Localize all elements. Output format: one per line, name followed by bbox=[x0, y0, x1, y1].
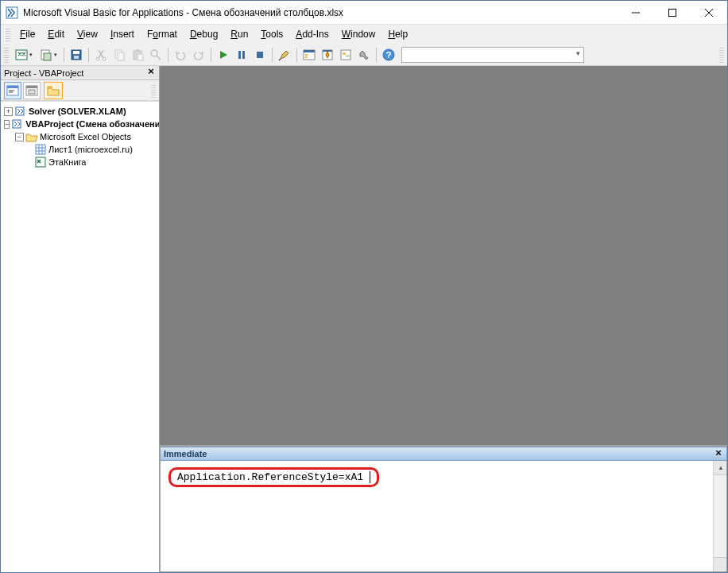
folder-open-icon bbox=[25, 131, 38, 142]
scroll-down-icon[interactable]: ▼ bbox=[718, 561, 724, 568]
vba-project-icon bbox=[14, 106, 27, 117]
menu-insert[interactable]: Insert bbox=[104, 26, 141, 42]
svg-rect-31 bbox=[343, 52, 346, 55]
menu-debug[interactable]: Debug bbox=[184, 26, 224, 42]
svg-line-23 bbox=[279, 59, 281, 60]
break-button[interactable] bbox=[233, 46, 250, 64]
insert-module-button[interactable] bbox=[37, 46, 60, 64]
tree-node-vbaproject[interactable]: − VBAProject (Смена обозначений столбцов… bbox=[2, 118, 159, 130]
window-title: Microsoft Visual Basic for Applications … bbox=[23, 7, 343, 18]
text-cursor bbox=[363, 471, 370, 483]
svg-rect-22 bbox=[257, 52, 263, 58]
pane-close-button[interactable]: × bbox=[712, 447, 725, 460]
immediate-code-highlight: Application.ReferenceStyle=xA1 bbox=[168, 467, 379, 487]
tree-label: Solver (SOLVER.XLAM) bbox=[29, 106, 126, 116]
svg-rect-5 bbox=[16, 50, 27, 60]
menu-file[interactable]: File bbox=[14, 26, 41, 42]
svg-rect-40 bbox=[26, 86, 37, 88]
tree-label: Лист1 (microexcel.ru) bbox=[48, 145, 133, 154]
svg-rect-21 bbox=[242, 51, 245, 59]
grip-icon bbox=[719, 47, 724, 63]
find-button[interactable] bbox=[147, 46, 165, 64]
undo-button[interactable] bbox=[172, 46, 189, 64]
immediate-titlebar[interactable]: Immediate × bbox=[160, 447, 727, 461]
svg-rect-41 bbox=[29, 90, 35, 94]
svg-rect-16 bbox=[136, 49, 139, 52]
svg-rect-10 bbox=[74, 56, 79, 59]
svg-rect-14 bbox=[118, 52, 124, 60]
mdi-client-area[interactable] bbox=[160, 66, 727, 445]
vertical-scrollbar[interactable]: ▲ ▼ bbox=[713, 461, 726, 571]
toggle-folders-button[interactable] bbox=[44, 82, 63, 99]
project-tree[interactable]: + Solver (SOLVER.XLAM) − VBAProject (Сме… bbox=[1, 101, 159, 572]
svg-point-11 bbox=[96, 57, 99, 60]
grip-icon bbox=[6, 27, 10, 41]
object-browser-button[interactable] bbox=[337, 46, 354, 64]
properties-window-button[interactable] bbox=[319, 46, 336, 64]
scroll-up-icon[interactable]: ▲ bbox=[718, 464, 724, 471]
tree-node-excel-objects[interactable]: − Microsoft Excel Objects bbox=[2, 130, 159, 143]
save-button[interactable] bbox=[68, 46, 85, 64]
tree-label: Microsoft Excel Objects bbox=[40, 132, 131, 141]
grip-icon bbox=[4, 47, 9, 63]
copy-button[interactable] bbox=[110, 46, 128, 64]
immediate-code-text: Application.ReferenceStyle=xA1 bbox=[177, 471, 363, 483]
excel-view-button[interactable] bbox=[12, 46, 36, 64]
redo-button[interactable] bbox=[190, 46, 207, 64]
menu-tools[interactable]: Tools bbox=[254, 26, 289, 42]
cut-button[interactable] bbox=[92, 46, 110, 64]
reset-button[interactable] bbox=[251, 46, 269, 64]
svg-rect-44 bbox=[36, 145, 45, 154]
menu-view[interactable]: View bbox=[71, 26, 104, 42]
menu-format[interactable]: Format bbox=[141, 26, 184, 42]
collapse-icon[interactable]: − bbox=[15, 133, 24, 141]
menu-help[interactable]: Help bbox=[381, 26, 414, 42]
workbook-icon bbox=[34, 157, 47, 168]
expand-icon[interactable]: + bbox=[4, 107, 13, 116]
tree-node-workbook[interactable]: ЭтаКнига bbox=[2, 156, 159, 168]
standard-toolbar: ? bbox=[1, 44, 727, 66]
close-button[interactable] bbox=[691, 1, 727, 25]
svg-rect-26 bbox=[305, 54, 308, 56]
help-button[interactable]: ? bbox=[380, 46, 397, 64]
svg-rect-29 bbox=[323, 50, 332, 52]
svg-rect-9 bbox=[73, 51, 79, 54]
design-mode-button[interactable] bbox=[276, 46, 293, 64]
collapse-icon[interactable]: − bbox=[4, 120, 10, 129]
tree-label: ЭтаКнига bbox=[48, 157, 86, 167]
view-object-button[interactable] bbox=[23, 82, 41, 99]
project-explorer-titlebar[interactable]: Project - VBAProject × bbox=[1, 66, 159, 80]
tree-node-solver[interactable]: + Solver (SOLVER.XLAM) bbox=[2, 105, 159, 118]
menu-window[interactable]: Window bbox=[335, 26, 382, 42]
svg-rect-32 bbox=[346, 55, 350, 57]
project-explorer-button[interactable] bbox=[300, 46, 318, 64]
project-explorer-pane: Project - VBAProject × + Solver (SOLVER.… bbox=[1, 66, 160, 572]
app-icon bbox=[6, 6, 18, 19]
menu-bar: File Edit View Insert Format Debug Run T… bbox=[1, 25, 727, 44]
project-explorer-toolbar bbox=[1, 80, 159, 101]
menu-run[interactable]: Run bbox=[224, 26, 254, 42]
svg-rect-7 bbox=[44, 53, 51, 60]
immediate-title: Immediate bbox=[164, 449, 207, 459]
toolbox-button[interactable] bbox=[355, 46, 373, 64]
worksheet-icon bbox=[34, 144, 47, 155]
minimize-button[interactable] bbox=[618, 1, 654, 25]
view-code-button[interactable] bbox=[4, 82, 21, 99]
svg-line-19 bbox=[157, 56, 161, 60]
paste-button[interactable] bbox=[129, 46, 146, 64]
workspace: Immediate × Application.ReferenceStyle=x… bbox=[160, 66, 727, 572]
immediate-editor[interactable]: Application.ReferenceStyle=xA1 ▲ ▼ bbox=[160, 461, 727, 572]
svg-rect-27 bbox=[305, 56, 308, 58]
svg-rect-17 bbox=[137, 54, 143, 60]
svg-point-18 bbox=[151, 50, 157, 56]
pane-close-button[interactable]: × bbox=[145, 66, 157, 79]
svg-point-12 bbox=[103, 57, 106, 60]
tree-node-sheet1[interactable]: Лист1 (microexcel.ru) bbox=[2, 143, 159, 156]
menu-addins[interactable]: Add-Ins bbox=[289, 26, 335, 42]
menu-edit[interactable]: Edit bbox=[41, 26, 71, 42]
vba-project-icon bbox=[11, 118, 24, 130]
svg-rect-25 bbox=[304, 50, 315, 52]
run-button[interactable] bbox=[215, 46, 232, 64]
maximize-button[interactable] bbox=[654, 1, 691, 25]
procedure-combo[interactable] bbox=[401, 47, 584, 63]
